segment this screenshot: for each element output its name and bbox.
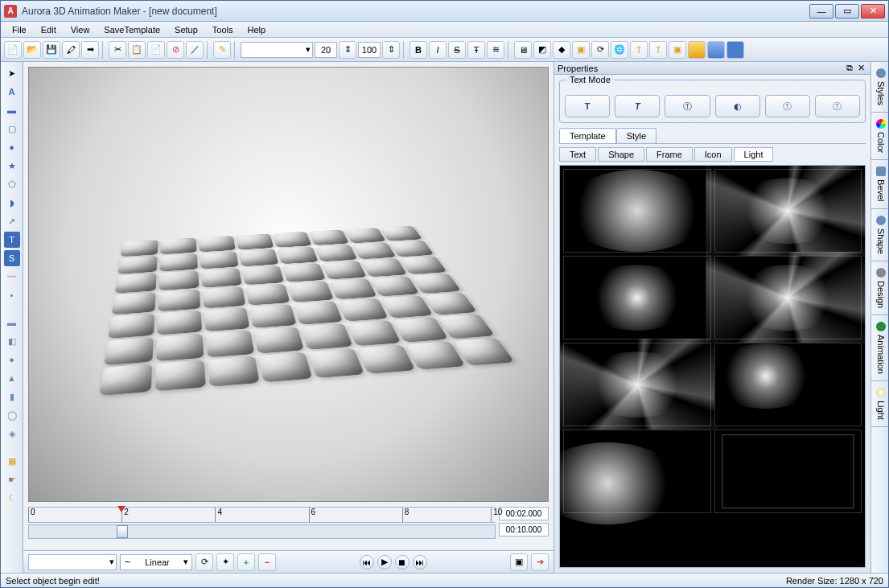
undock-icon[interactable]: ⧉ [844, 63, 855, 73]
menu-tools[interactable]: Tools [206, 23, 240, 36]
viewport-3d[interactable] [28, 67, 549, 502]
subtab-shape[interactable]: Shape [598, 147, 644, 162]
last-frame-icon[interactable]: ⏭ [413, 555, 427, 569]
timeline-ruler[interactable]: 0 2 4 6 8 10 [28, 507, 496, 523]
render-icon[interactable]: 🖥 [514, 41, 532, 59]
subtab-text[interactable]: Text [559, 147, 596, 162]
curve-tool-icon[interactable]: 〰 [4, 269, 20, 285]
sidetab-shape[interactable]: Shape [871, 209, 888, 261]
text-mode-2[interactable]: T [615, 95, 660, 117]
shape-tool-icon[interactable]: ◗ [4, 195, 20, 211]
screen-icon[interactable] [726, 41, 744, 59]
tab-template[interactable]: Template [559, 128, 616, 143]
line-height-input[interactable]: 100 [358, 42, 381, 58]
bar-tool-icon[interactable]: ▬ [4, 315, 20, 331]
image-tool-icon[interactable]: ▦ [4, 453, 20, 469]
total-time[interactable]: 00:10.000 [499, 523, 549, 537]
star-tool-icon[interactable]: ★ [4, 158, 20, 174]
minimize-button[interactable]: — [809, 4, 833, 19]
menu-help[interactable]: Help [241, 23, 273, 36]
cut-icon[interactable]: ✂ [109, 41, 126, 59]
point-tool-icon[interactable]: • [4, 287, 20, 303]
sidetab-light[interactable]: Light [871, 381, 888, 427]
light-preset-2[interactable] [714, 169, 862, 253]
text3d2-icon[interactable]: T [649, 41, 667, 59]
moon-tool-icon[interactable]: ☾ [4, 490, 20, 506]
layers-icon[interactable]: ≋ [487, 41, 504, 59]
pick-tool-icon[interactable]: ☛ [4, 471, 20, 487]
object-icon[interactable]: ◆ [553, 41, 570, 59]
light-preset-1[interactable] [563, 169, 711, 253]
paste-icon[interactable]: 📄 [147, 41, 165, 59]
save-icon[interactable]: 💾 [43, 41, 60, 59]
panel-close-icon[interactable]: ✕ [855, 63, 867, 73]
sphere-tool-icon[interactable]: ● [4, 352, 20, 368]
scene-icon[interactable]: ◩ [533, 41, 551, 59]
easing-combo[interactable]: ∼Linear▾ [120, 554, 192, 570]
cylinder-tool-icon[interactable]: ▮ [4, 389, 20, 405]
tween-icon[interactable]: ✦ [216, 553, 234, 571]
save-as-icon[interactable]: 🖍 [62, 41, 80, 59]
reload-icon[interactable]: ⟳ [195, 553, 213, 571]
color-icon[interactable] [688, 41, 706, 59]
font-size-stepper[interactable]: ⇕ [339, 41, 356, 59]
subtab-icon[interactable]: Icon [694, 147, 732, 162]
light-preset-8[interactable] [714, 430, 862, 513]
text-mode-5[interactable]: Ⓣ [765, 95, 810, 117]
sidetab-bevel[interactable]: Bevel [871, 160, 888, 209]
rect-tool-icon[interactable]: ▬ [4, 102, 20, 118]
menu-edit[interactable]: Edit [35, 23, 63, 36]
add-key-icon[interactable]: + [237, 553, 255, 571]
animation-combo[interactable]: ▾ [28, 554, 117, 570]
sidetab-color[interactable]: Color [871, 113, 888, 160]
sidetab-animation[interactable]: Animation [871, 315, 888, 381]
menu-savetemplate[interactable]: SaveTemplate [97, 23, 167, 36]
tab-style[interactable]: Style [616, 128, 656, 143]
pointer-tool-icon[interactable]: ➤ [4, 65, 20, 81]
text3d-icon[interactable]: T [630, 41, 648, 59]
italic-icon[interactable]: I [429, 41, 447, 59]
delete-icon[interactable]: ⊘ [167, 41, 184, 59]
text-mode-6[interactable]: Ⓣ [815, 95, 860, 117]
menu-setup[interactable]: Setup [168, 23, 204, 36]
light-preset-4[interactable] [714, 256, 862, 339]
subtab-light[interactable]: Light [734, 147, 774, 162]
playhead-marker[interactable] [117, 506, 126, 512]
text-mode-4[interactable]: ◐ [715, 95, 760, 117]
slider-thumb[interactable] [117, 525, 128, 538]
globe-icon[interactable]: 🌐 [611, 41, 628, 59]
sidetab-styles[interactable]: Styles [871, 62, 888, 113]
light-preset-6[interactable] [714, 343, 862, 426]
strike-icon[interactable]: S [448, 41, 466, 59]
roundrect-tool-icon[interactable]: ▢ [4, 121, 20, 137]
play-icon[interactable]: ▶ [377, 555, 392, 569]
cube3d-icon[interactable]: ▣ [669, 41, 686, 59]
shape3d-tool-icon[interactable]: S [4, 250, 20, 266]
material-icon[interactable] [707, 41, 725, 59]
sidetab-design[interactable]: Design [871, 261, 888, 315]
new-icon[interactable]: 📄 [4, 41, 22, 59]
text-tool-icon[interactable]: A [4, 84, 20, 100]
cone-tool-icon[interactable]: ▲ [4, 370, 20, 386]
bold-icon[interactable]: B [410, 41, 427, 59]
line-tool-icon[interactable]: ↗ [4, 213, 20, 229]
text3d-tool-icon[interactable]: T [4, 232, 20, 248]
subtab-frame[interactable]: Frame [646, 147, 693, 162]
current-time[interactable]: 00:02.000 [499, 507, 549, 520]
timeline-slider[interactable] [28, 524, 496, 539]
line-height-stepper[interactable]: ⇕ [382, 41, 400, 59]
box-icon[interactable]: ▣ [572, 41, 590, 59]
highlight-icon[interactable]: ✎ [213, 41, 231, 59]
close-button[interactable]: ✕ [861, 4, 885, 19]
first-frame-icon[interactable]: ⏮ [360, 555, 374, 569]
text-mode-1[interactable]: T [565, 95, 610, 117]
stop-icon[interactable]: ⏹ [395, 555, 410, 569]
light-preset-5[interactable] [563, 343, 711, 426]
edit-icon[interactable]: ／ [186, 41, 204, 59]
copy-icon[interactable]: 📋 [128, 41, 146, 59]
preview-icon[interactable]: ▣ [510, 553, 528, 571]
remove-key-icon[interactable]: − [258, 553, 276, 571]
cube-tool-icon[interactable]: ◧ [4, 333, 20, 349]
torus-tool-icon[interactable]: ◯ [4, 407, 20, 423]
text-mode-3[interactable]: Ⓣ [665, 95, 710, 117]
